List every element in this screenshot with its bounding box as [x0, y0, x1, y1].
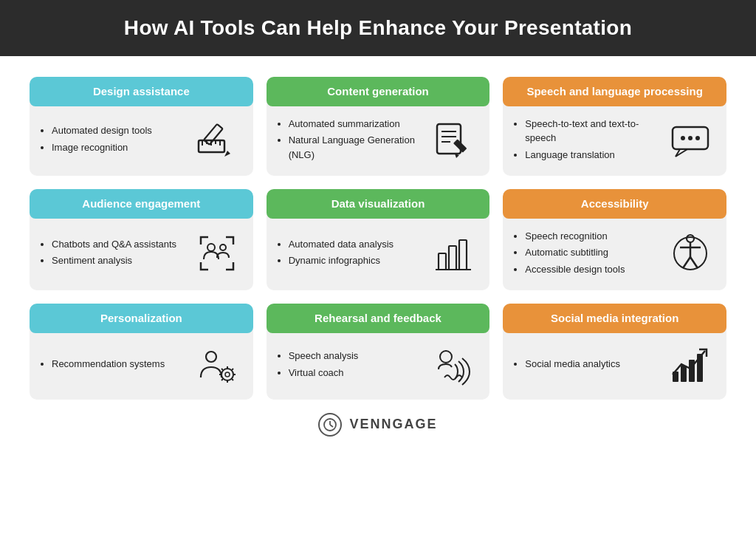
card-body-content-generation: Automated summarization Natural Language… [267, 106, 490, 165]
list-item: Automated summarization [289, 117, 428, 131]
card-data-visualization: Data visualization Automated data analys… [267, 189, 490, 290]
cards-grid: Design assistance Automated design tools… [30, 77, 726, 400]
speech-wave-icon [427, 343, 479, 388]
card-speech-language: Speech and language processing Speech-to… [503, 77, 726, 176]
card-header-data-visualization: Data visualization [267, 189, 490, 219]
card-header-rehearsal-feedback: Rehearsal and feedback [267, 304, 490, 333]
list-item: Social media analytics [525, 357, 664, 372]
svg-point-17 [688, 136, 693, 140]
pencil-ruler-icon [191, 118, 243, 163]
svg-line-40 [232, 369, 233, 370]
page-title: How AI Tools Can Help Enhance Your Prese… [15, 16, 741, 40]
card-items-rehearsal-feedback: Speech analysis Virtual coach [277, 349, 428, 382]
list-item: Automated design tools [52, 123, 191, 138]
svg-point-19 [207, 244, 215, 251]
svg-point-42 [440, 351, 452, 363]
main-content: Design assistance Automated design tools… [0, 56, 756, 451]
trending-chart-icon [664, 343, 716, 388]
card-header-accessibility: Accessibility [503, 189, 726, 219]
svg-line-28 [683, 257, 690, 268]
venngage-logo-circle [318, 413, 342, 437]
list-item: Image recognition [52, 140, 191, 155]
svg-point-20 [220, 244, 226, 250]
svg-line-29 [690, 257, 698, 268]
card-items-content-generation: Automated summarization Natural Language… [277, 117, 428, 165]
svg-point-16 [681, 136, 685, 140]
card-body-data-visualization: Automated data analysis Dynamic infograp… [267, 219, 490, 279]
clock-icon [323, 417, 337, 432]
svg-line-38 [221, 369, 223, 370]
card-content-generation: Content generation Automated summarizati… [267, 77, 490, 176]
card-body-rehearsal-feedback: Speech analysis Virtual coach [267, 333, 490, 388]
venngage-brand: VENNGAGE [349, 417, 437, 432]
card-body-design-assistance: Automated design tools Image recognition [30, 106, 253, 165]
card-body-personalization: Recommendation systems [30, 333, 253, 388]
chat-bubble-icon [664, 118, 716, 163]
svg-line-49 [330, 425, 333, 427]
card-header-personalization: Personalization [30, 304, 253, 333]
card-accessibility: Accessibility Speech recognition Automat… [503, 189, 726, 290]
card-body-social-media: Social media analytics [503, 333, 726, 388]
list-item: Automatic subtitling [525, 245, 664, 260]
card-items-accessibility: Speech recognition Automatic subtitling … [513, 229, 664, 279]
card-header-content-generation: Content generation [267, 77, 490, 106]
card-header-design-assistance: Design assistance [30, 77, 253, 106]
svg-rect-44 [681, 366, 687, 382]
list-item: Automated data analysis [289, 237, 428, 252]
card-body-audience-engagement: Chatbots and Q&A assistants Sentiment an… [30, 219, 253, 279]
list-item: Natural Language Generation (NLG) [289, 133, 428, 162]
card-items-design-assistance: Automated design tools Image recognition [40, 123, 191, 157]
list-item: Dynamic infographics [289, 253, 428, 268]
card-body-speech-language: Speech-to-text and text-to-speech Langua… [503, 106, 726, 165]
svg-marker-7 [224, 151, 230, 157]
card-header-social-media: Social media integration [503, 304, 726, 333]
card-social-media: Social media integration Social media an… [503, 304, 726, 400]
page-header: How AI Tools Can Help Enhance Your Prese… [0, 0, 756, 56]
svg-point-25 [687, 235, 694, 242]
list-item: Speech recognition [525, 229, 664, 244]
list-item: Recommendation systems [52, 357, 191, 372]
accessibility-icon [664, 231, 716, 276]
card-header-audience-engagement: Audience engagement [30, 189, 253, 219]
card-items-audience-engagement: Chatbots and Q&A assistants Sentiment an… [40, 237, 191, 270]
card-body-accessibility: Speech recognition Automatic subtitling … [503, 219, 726, 279]
svg-point-32 [221, 369, 233, 380]
bar-chart-icon [427, 231, 479, 276]
card-rehearsal-feedback: Rehearsal and feedback Speech analysis V… [267, 304, 490, 400]
card-header-speech-language: Speech and language processing [503, 77, 726, 106]
svg-line-41 [221, 379, 223, 380]
card-personalization: Personalization Recommendation systems [30, 304, 253, 400]
svg-point-33 [225, 372, 230, 377]
svg-rect-8 [437, 124, 461, 154]
list-item: Accessible design tools [525, 262, 664, 277]
svg-rect-21 [439, 253, 446, 270]
list-item: Virtual coach [289, 366, 428, 380]
gear-person-icon [191, 343, 243, 388]
svg-rect-22 [449, 246, 456, 270]
svg-rect-23 [459, 240, 467, 270]
card-audience-engagement: Audience engagement Chatbots and Q&A ass… [30, 189, 253, 290]
card-items-personalization: Recommendation systems [40, 357, 191, 374]
card-items-data-visualization: Automated data analysis Dynamic infograp… [277, 237, 428, 270]
card-items-social-media: Social media analytics [513, 357, 664, 374]
list-item: Chatbots and Q&A assistants [52, 237, 191, 252]
people-scan-icon [191, 231, 243, 276]
list-item: Language translation [525, 148, 664, 163]
svg-marker-15 [676, 149, 687, 157]
list-item: Speech-to-text and text-to-speech [525, 117, 664, 146]
footer: VENNGAGE [30, 400, 726, 444]
list-item: Sentiment analysis [52, 253, 191, 268]
svg-point-18 [695, 136, 700, 140]
list-item: Speech analysis [289, 349, 428, 363]
card-items-speech-language: Speech-to-text and text-to-speech Langua… [513, 117, 664, 165]
card-design-assistance: Design assistance Automated design tools… [30, 77, 253, 176]
svg-point-31 [206, 352, 216, 362]
svg-line-39 [232, 379, 233, 380]
edit-doc-icon [427, 118, 479, 163]
